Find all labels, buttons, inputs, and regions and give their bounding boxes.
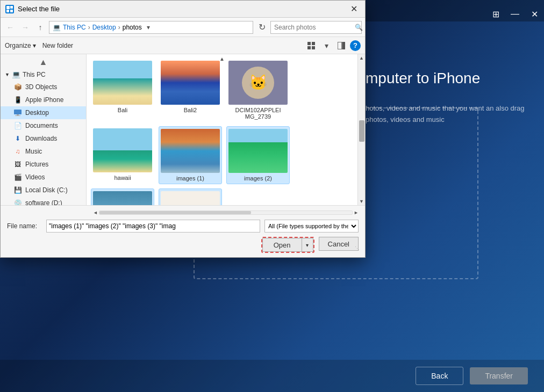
sidebar-item-music[interactable]: ♫ Music [1,145,86,158]
open-dropdown-button[interactable]: ▾ [302,238,313,252]
file-thumb-hawaii [93,128,152,172]
file-item-bali2[interactable]: Bali2 [159,59,222,122]
dialog-app-icon [5,4,15,14]
file-thumb-images3 [93,191,152,205]
files-grid: Bali Bali2 � [87,54,357,205]
breadcrumb-bar: 💻 This PC › Desktop › photos ▾ [49,21,253,34]
svg-rect-4 [10,10,13,12]
sidebar-label-3d: 3D Objects [25,83,57,91]
organize-button[interactable]: Organize ▾ [5,42,36,49]
sidebar-item-apple-iphone[interactable]: 📱 Apple iPhone [1,93,86,106]
sidebar-item-desktop[interactable]: Desktop [1,106,86,119]
software-d-icon: 💿 [13,199,22,205]
action-row: Open ▾ Cancel [7,237,359,253]
sidebar-item-documents[interactable]: 📄 Documents [1,119,86,132]
sidebar-label-documents: Documents [25,122,58,129]
this-pc-expand-icon: ▼ [5,72,10,77]
hscroll-left-arrow[interactable]: ◄ [93,210,98,215]
search-icon: 🔍 [355,24,363,31]
sidebar-item-3d-objects[interactable]: 📦 3D Objects [1,81,86,93]
refresh-button[interactable]: ↻ [255,21,268,34]
3d-objects-icon: 📦 [13,83,22,91]
file-name-label: File name: [7,222,42,230]
dialog-bottom: ◄ ► File name: All (File types supported… [1,205,365,257]
files-scroll-up[interactable]: ▲ [219,56,225,62]
view-mode-button[interactable] [305,39,318,52]
dialog-resize-handle[interactable]: ⋱ [355,246,360,251]
nav-back-button[interactable]: ← [4,21,17,34]
svg-rect-10 [342,42,345,49]
organize-arrow: ▾ [33,42,36,49]
transfer-button[interactable]: Transfer [470,367,528,384]
sidebar-scroll-up[interactable]: ▲ [1,56,86,68]
scrollbar-up-arrow[interactable]: ▲ [359,55,364,61]
breadcrumb-desktop[interactable]: Desktop [92,24,116,31]
nav-up-button[interactable]: ↑ [34,21,47,34]
toolbar-right: ▾ ? [305,39,361,52]
sidebar-item-downloads[interactable]: ⬇ Downloads [1,132,86,145]
file-thumb-images2 [228,129,288,173]
file-name-input[interactable] [46,220,260,233]
sidebar-label-software-d: software (D:) [25,199,62,205]
cancel-button[interactable]: Cancel [319,237,359,251]
svg-rect-1 [6,6,10,9]
svg-rect-3 [6,10,9,12]
pictures-icon: 🖼 [13,160,22,169]
scrollbar-down-arrow[interactable]: ▼ [359,199,364,204]
dialog-toolbar: Organize ▾ New folder ▾ ? [1,37,365,54]
nav-forward-button[interactable]: → [19,21,32,34]
file-name-hawaii: hawaii [114,175,131,181]
view-dropdown-button[interactable]: ▾ [320,39,333,52]
sidebar-label-videos: Videos [25,173,45,181]
breadcrumb-photos[interactable]: photos [123,24,142,31]
back-button[interactable]: Back [416,367,463,385]
file-item-images2[interactable]: images (2) [226,126,290,184]
file-item-images1[interactable]: images (1) [159,126,222,184]
svg-rect-12 [17,114,19,115]
new-folder-button[interactable]: New folder [42,42,73,49]
file-item-bali[interactable]: Bali [91,59,154,122]
help-button[interactable]: ? [350,40,361,51]
file-type-select[interactable]: All (File types supported by the [264,220,359,233]
sidebar-label-music: Music [25,148,42,155]
breadcrumb-this-pc[interactable]: This PC [63,24,86,31]
bottom-bar: Back Transfer [0,360,544,392]
sidebar-item-software-d[interactable]: 💿 software (D:) [1,197,86,205]
svg-rect-2 [10,6,13,9]
svg-rect-11 [14,110,22,114]
file-item-images3[interactable]: images (3) [91,188,154,205]
sidebar-label-desktop: Desktop [25,109,49,117]
sidebar-item-this-pc[interactable]: ▼ 💻 This PC [1,68,86,81]
file-name-bali2: Bali2 [184,107,197,113]
dialog-addressbar: ← → ↑ 💻 This PC › Desktop › photos ▾ ↻ 🔍 [1,18,365,37]
sidebar-label-downloads: Downloads [25,135,57,142]
scrollbar-thumb[interactable] [359,120,364,142]
hscroll-right-arrow[interactable]: ► [354,210,359,215]
file-name-row: File name: All (File types supported by … [7,220,359,233]
file-name-images1: images (1) [176,175,204,182]
file-name-bali: Bali [118,107,127,113]
file-item-hawaii[interactable]: hawaii [91,126,154,184]
videos-icon: 🎬 [13,173,22,182]
sidebar-label-local-disk-c: Local Disk (C:) [25,186,68,194]
search-input[interactable] [274,24,355,31]
file-thumb-dcim: 🐱 [228,61,288,105]
open-button[interactable]: Open [262,238,302,252]
sidebar-item-pictures[interactable]: 🖼 Pictures [1,158,86,171]
svg-rect-13 [15,115,20,116]
this-pc-label: This PC [23,71,46,78]
sidebar-item-local-disk-c[interactable]: 💾 Local Disk (C:) [1,184,86,197]
file-item-images4[interactable]: 🍽 images (4) [159,188,222,205]
dialog-title: Select the file [18,5,347,13]
downloads-icon: ⬇ [13,134,22,143]
organize-label: Organize [5,42,31,49]
music-icon: ♫ [13,147,22,156]
this-pc-icon: 💻 [12,70,20,78]
dialog-close-button[interactable]: ✕ [347,2,361,16]
preview-pane-button[interactable] [335,39,348,52]
new-folder-label: New folder [42,42,73,49]
breadcrumb-dropdown-arrow[interactable]: ▾ [144,21,153,34]
file-item-dcim[interactable]: 🐱 DCIM102APPLEIMG_2739 [226,59,290,122]
desktop-icon [13,108,22,117]
sidebar-item-videos[interactable]: 🎬 Videos [1,171,86,184]
